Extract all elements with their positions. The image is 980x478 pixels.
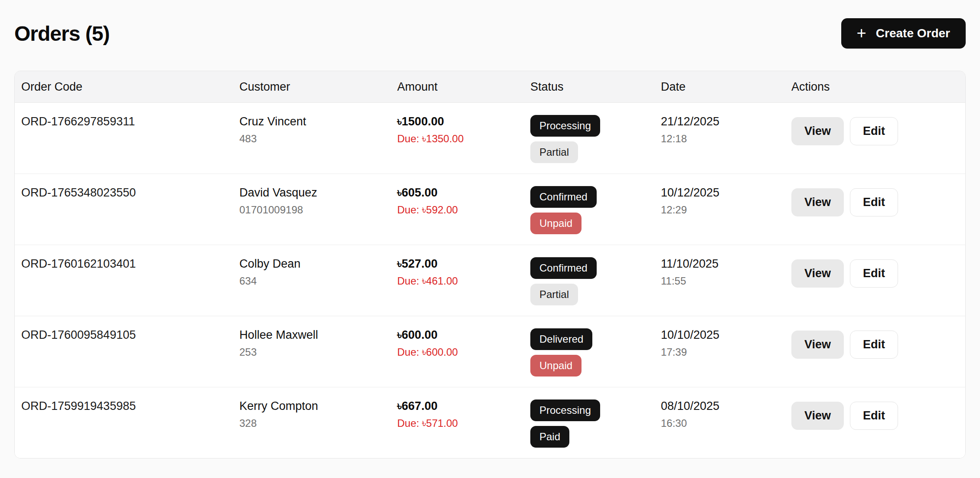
column-header-order-code: Order Code <box>21 80 239 94</box>
customer-name: Hollee Maxwell <box>239 327 397 342</box>
customer-name: Kerry Compton <box>239 399 397 413</box>
edit-button[interactable]: Edit <box>850 259 898 288</box>
customer-phone: 483 <box>239 132 397 145</box>
customer-name: David Vasquez <box>239 185 397 200</box>
customer-cell: Kerry Compton 328 <box>239 399 397 448</box>
payment-badge: Unpaid <box>530 213 581 234</box>
edit-button[interactable]: Edit <box>850 117 898 145</box>
order-date: 10/12/2025 <box>661 185 791 200</box>
view-button[interactable]: View <box>791 259 844 288</box>
date-cell: 11/10/2025 11:55 <box>661 256 791 305</box>
order-due-amount: Due: ৳571.00 <box>397 417 530 430</box>
page-title: Orders (5) <box>14 22 109 46</box>
table-row: ORD-1760162103401 Colby Dean 634 ৳527.00… <box>15 245 965 316</box>
customer-cell: Cruz Vincent 483 <box>239 114 397 163</box>
payment-badge: Partial <box>530 141 578 163</box>
actions-cell: View Edit <box>791 402 965 448</box>
customer-cell: Hollee Maxwell 253 <box>239 327 397 377</box>
order-code: ORD-1765348023550 <box>21 185 239 234</box>
date-cell: 21/12/2025 12:18 <box>661 114 791 163</box>
payment-badge: Paid <box>530 426 569 448</box>
order-amount: ৳667.00 <box>397 399 530 413</box>
order-due-amount: Due: ৳461.00 <box>397 275 530 288</box>
amount-cell: ৳600.00 Due: ৳600.00 <box>397 327 530 377</box>
order-time: 12:18 <box>661 132 791 145</box>
order-amount: ৳1500.00 <box>397 114 530 129</box>
order-amount: ৳600.00 <box>397 327 530 342</box>
edit-button[interactable]: Edit <box>850 331 898 359</box>
table-row: ORD-1759919435985 Kerry Compton 328 ৳667… <box>15 387 965 458</box>
customer-phone: 328 <box>239 417 397 430</box>
edit-button[interactable]: Edit <box>850 402 898 430</box>
table-header-row: Order Code Customer Amount Status Date A… <box>15 71 965 103</box>
order-date: 11/10/2025 <box>661 256 791 271</box>
order-due-amount: Due: ৳1350.00 <box>397 132 530 145</box>
order-due-amount: Due: ৳592.00 <box>397 203 530 216</box>
table-row: ORD-1766297859311 Cruz Vincent 483 ৳1500… <box>15 103 965 174</box>
order-date: 21/12/2025 <box>661 114 791 129</box>
status-badge: Processing <box>530 399 600 421</box>
edit-button[interactable]: Edit <box>850 188 898 216</box>
column-header-status: Status <box>530 80 661 94</box>
payment-badge: Partial <box>530 284 578 305</box>
actions-cell: View Edit <box>791 188 965 234</box>
status-badge: Delivered <box>530 328 592 350</box>
table-body: ORD-1766297859311 Cruz Vincent 483 ৳1500… <box>15 103 965 458</box>
order-amount: ৳605.00 <box>397 185 530 200</box>
order-code: ORD-1760095849105 <box>21 327 239 377</box>
status-cell: Processing Partial <box>530 115 661 163</box>
page-header: Orders (5) + Create Order <box>14 0 966 49</box>
customer-phone: 253 <box>239 346 397 359</box>
table-row: ORD-1760095849105 Hollee Maxwell 253 ৳60… <box>15 316 965 387</box>
order-code: ORD-1760162103401 <box>21 256 239 305</box>
actions-cell: View Edit <box>791 259 965 305</box>
status-badge: Confirmed <box>530 186 597 208</box>
payment-badge: Unpaid <box>530 355 581 377</box>
order-time: 16:30 <box>661 417 791 430</box>
customer-phone: 01701009198 <box>239 203 397 216</box>
order-date: 08/10/2025 <box>661 399 791 413</box>
status-cell: Confirmed Partial <box>530 257 661 305</box>
customer-cell: David Vasquez 01701009198 <box>239 185 397 234</box>
status-badge: Processing <box>530 115 600 137</box>
amount-cell: ৳605.00 Due: ৳592.00 <box>397 185 530 234</box>
view-button[interactable]: View <box>791 188 844 216</box>
status-cell: Confirmed Unpaid <box>530 186 661 234</box>
date-cell: 10/12/2025 12:29 <box>661 185 791 234</box>
view-button[interactable]: View <box>791 117 844 145</box>
actions-cell: View Edit <box>791 331 965 377</box>
column-header-date: Date <box>661 80 791 94</box>
column-header-actions: Actions <box>791 80 965 94</box>
order-time: 17:39 <box>661 346 791 359</box>
customer-name: Cruz Vincent <box>239 114 397 129</box>
order-due-amount: Due: ৳600.00 <box>397 346 530 359</box>
table-row: ORD-1765348023550 David Vasquez 01701009… <box>15 174 965 245</box>
order-code: ORD-1766297859311 <box>21 114 239 163</box>
status-badge: Confirmed <box>530 257 597 279</box>
orders-page: Orders (5) + Create Order Order Code Cus… <box>0 0 980 458</box>
status-cell: Processing Paid <box>530 399 661 448</box>
create-order-button[interactable]: + Create Order <box>841 18 966 49</box>
actions-cell: View Edit <box>791 117 965 163</box>
customer-name: Colby Dean <box>239 256 397 271</box>
order-date: 10/10/2025 <box>661 327 791 342</box>
date-cell: 08/10/2025 16:30 <box>661 399 791 448</box>
amount-cell: ৳1500.00 Due: ৳1350.00 <box>397 114 530 163</box>
create-order-label: Create Order <box>876 26 950 40</box>
order-time: 12:29 <box>661 203 791 216</box>
column-header-customer: Customer <box>239 80 397 94</box>
view-button[interactable]: View <box>791 402 844 430</box>
date-cell: 10/10/2025 17:39 <box>661 327 791 377</box>
order-time: 11:55 <box>661 275 791 288</box>
amount-cell: ৳667.00 Due: ৳571.00 <box>397 399 530 448</box>
column-header-amount: Amount <box>397 80 530 94</box>
customer-cell: Colby Dean 634 <box>239 256 397 305</box>
plus-icon: + <box>857 25 866 41</box>
amount-cell: ৳527.00 Due: ৳461.00 <box>397 256 530 305</box>
status-cell: Delivered Unpaid <box>530 328 661 377</box>
order-code: ORD-1759919435985 <box>21 399 239 448</box>
view-button[interactable]: View <box>791 331 844 359</box>
orders-table: Order Code Customer Amount Status Date A… <box>14 71 966 458</box>
order-amount: ৳527.00 <box>397 256 530 271</box>
customer-phone: 634 <box>239 275 397 288</box>
